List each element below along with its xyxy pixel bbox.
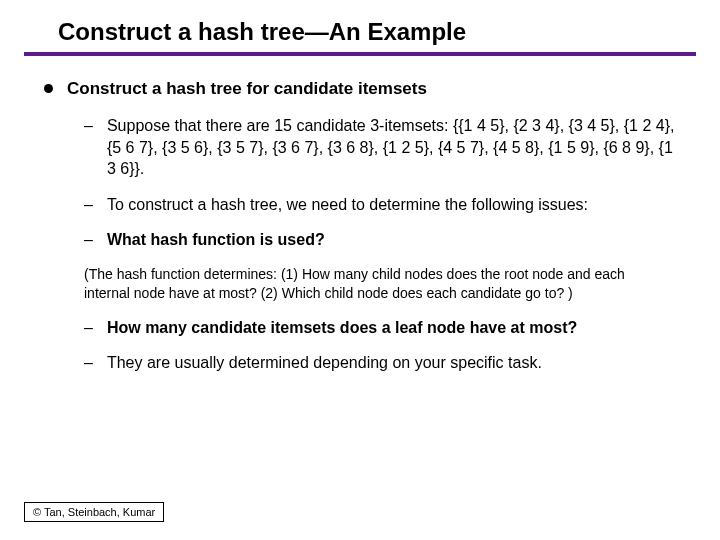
dash-icon: – [84, 352, 93, 374]
sub-text: To construct a hash tree, we need to det… [107, 194, 588, 216]
sub-text: How many candidate itemsets does a leaf … [107, 317, 577, 339]
parenthetical-text: (The hash function determines: (1) How m… [84, 265, 676, 303]
slide-title: Construct a hash tree—An Example [0, 0, 720, 52]
dash-icon: – [84, 317, 93, 339]
slide-content: Construct a hash tree for candidate item… [0, 56, 720, 374]
main-bullet: Construct a hash tree for candidate item… [44, 78, 676, 101]
list-item: – They are usually determined depending … [84, 352, 676, 374]
dash-icon: – [84, 194, 93, 216]
dash-icon: – [84, 115, 93, 137]
sub-list-2: – How many candidate itemsets does a lea… [84, 317, 676, 374]
main-heading: Construct a hash tree for candidate item… [67, 78, 427, 101]
dash-icon: – [84, 229, 93, 251]
sub-text: What hash function is used? [107, 229, 325, 251]
bullet-dot-icon [44, 84, 53, 93]
list-item: – What hash function is used? [84, 229, 676, 251]
copyright-footer: © Tan, Steinbach, Kumar [24, 502, 164, 522]
sub-text: They are usually determined depending on… [107, 352, 542, 374]
sub-text: Suppose that there are 15 candidate 3-it… [107, 115, 676, 180]
list-item: – How many candidate itemsets does a lea… [84, 317, 676, 339]
sub-list: – Suppose that there are 15 candidate 3-… [84, 115, 676, 251]
list-item: – To construct a hash tree, we need to d… [84, 194, 676, 216]
list-item: – Suppose that there are 15 candidate 3-… [84, 115, 676, 180]
